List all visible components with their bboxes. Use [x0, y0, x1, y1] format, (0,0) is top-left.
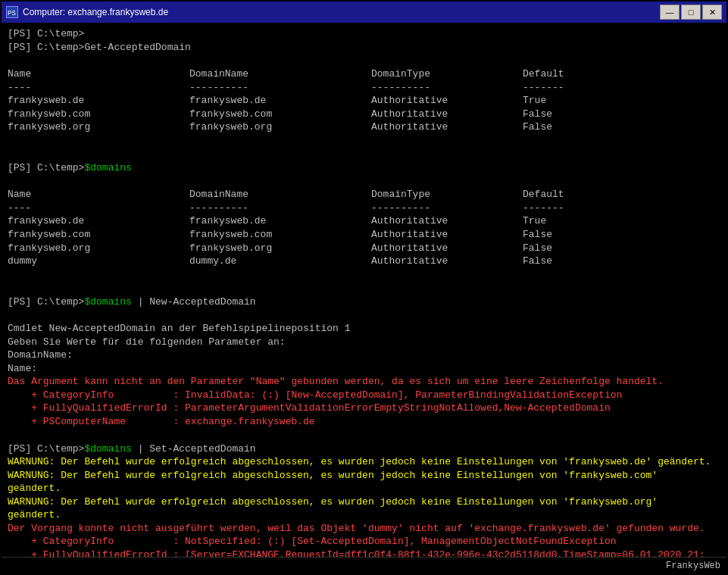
terminal-line: frankysweb.orgfrankysweb.orgAuthoritativ…: [8, 242, 720, 255]
terminal-line: Geben Sie Werte für die folgenden Parame…: [8, 336, 720, 349]
app-icon: PS: [6, 6, 18, 18]
terminal-line: [8, 308, 720, 322]
terminal-line: Der Vorgang konnte nicht ausgeführt werd…: [8, 522, 720, 536]
terminal-line: WARNUNG: Der Befehl wurde erfolgreich ab…: [8, 455, 720, 469]
terminal-line: geändert.: [8, 482, 720, 495]
statusbar: FrankysWeb: [2, 557, 726, 573]
terminal-line: + FullyQualifiedErrorId : ParameterArgum…: [8, 402, 720, 415]
terminal-line: [8, 148, 720, 161]
terminal-line: dummydummy.deAuthoritativeFalse: [8, 255, 720, 268]
window-title: Computer: exchange.frankysweb.de: [23, 7, 168, 17]
terminal-line: -------------------------------: [8, 202, 720, 215]
terminal-line: WARNUNG: Der Befehl wurde erfolgreich ab…: [8, 469, 720, 483]
terminal-line: [8, 54, 720, 67]
terminal-line: Name:: [8, 362, 720, 376]
terminal-line: DomainName:: [8, 348, 720, 362]
terminal-line: geändert.: [8, 508, 720, 522]
svg-text:PS: PS: [8, 10, 16, 17]
minimize-button[interactable]: —: [660, 5, 680, 20]
terminal-line: frankysweb.comfrankysweb.comAuthoritativ…: [8, 108, 720, 121]
terminal-line: Cmdlet New-AcceptedDomain an der Befehls…: [8, 322, 720, 336]
terminal-line: NameDomainNameDomainTypeDefault: [8, 67, 720, 81]
terminal-line: [8, 429, 720, 442]
terminal-line: frankysweb.orgfrankysweb.orgAuthoritativ…: [8, 120, 720, 134]
window-controls: — □ ✕: [660, 5, 722, 20]
main-window: PS Computer: exchange.frankysweb.de — □ …: [0, 0, 728, 575]
titlebar-left: PS Computer: exchange.frankysweb.de: [6, 6, 168, 18]
terminal-line: [8, 282, 720, 295]
terminal-line: [PS] C:\temp>$domains | New-AcceptedDoma…: [8, 295, 720, 309]
close-button[interactable]: ✕: [702, 5, 722, 20]
terminal-line: Das Argument kann nicht an den Parameter…: [8, 375, 720, 389]
terminal-line: + PSComputerName : exchange.frankysweb.d…: [8, 415, 720, 429]
terminal-line: + CategoryInfo : NotSpecified: (:) [Set-…: [8, 535, 720, 548]
terminal-output[interactable]: [PS] C:\temp> [PS] C:\temp>Get-AcceptedD…: [2, 23, 726, 557]
terminal-line: [PS] C:\temp>$domains | Set-AcceptedDoma…: [8, 442, 720, 456]
terminal-line: [8, 268, 720, 282]
terminal-line: [PS] C:\temp>: [8, 27, 720, 41]
terminal-line: frankysweb.defrankysweb.deAuthoritativeT…: [8, 94, 720, 108]
terminal-line: WARNUNG: Der Befehl wurde erfolgreich ab…: [8, 495, 720, 509]
titlebar: PS Computer: exchange.frankysweb.de — □ …: [2, 2, 726, 23]
maximize-button[interactable]: □: [681, 5, 701, 20]
terminal-line: [PS] C:\temp>$domains: [8, 161, 720, 175]
terminal-line: + FullyQualifiedErrorId : [Server=EXCHAN…: [8, 548, 720, 557]
terminal-line: frankysweb.comfrankysweb.comAuthoritativ…: [8, 228, 720, 242]
terminal-line: + CategoryInfo : InvalidData: (:) [New-A…: [8, 389, 720, 402]
terminal-line: frankysweb.defrankysweb.deAuthoritativeT…: [8, 214, 720, 228]
terminal-line: -------------------------------: [8, 81, 720, 95]
terminal-line: [PS] C:\temp>Get-AcceptedDomain: [8, 41, 720, 55]
terminal-line: [8, 174, 720, 188]
terminal-line: NameDomainNameDomainTypeDefault: [8, 188, 720, 202]
terminal-line: [8, 134, 720, 148]
brand-label: FrankysWeb: [666, 561, 720, 571]
